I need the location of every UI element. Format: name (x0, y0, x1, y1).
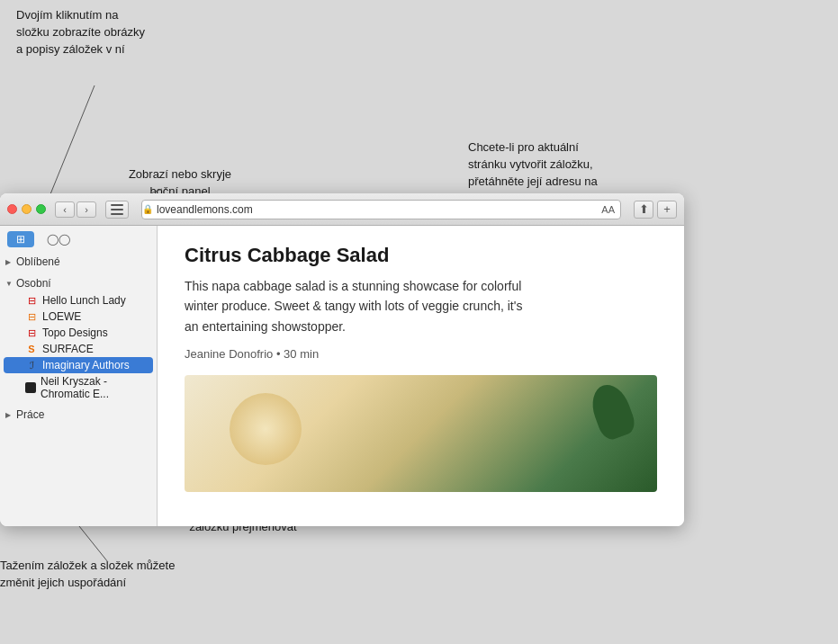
forward-button[interactable]: › (77, 201, 96, 218)
sidebar-group-oblibene: ▶ Oblíbené (0, 251, 157, 273)
article-separator: • (276, 347, 284, 361)
browser-window: ‹ › 🔒 loveandlemons.com AA ⬆ + ⊞ ◯◯ (0, 193, 684, 526)
group-label-osobni: Osobní (16, 277, 51, 290)
bookmark-hello-lunch-lady[interactable]: ⊟ Hello Lunch Lady (0, 292, 157, 309)
sidebar-toggle-icon (111, 204, 123, 215)
favicon-icon: ⊟ (25, 326, 38, 339)
bookmark-topo-designs[interactable]: ⊟ Topo Designs (0, 325, 157, 341)
sidebar-toggle-button[interactable] (105, 201, 129, 219)
article-time: 30 min (284, 347, 319, 361)
bookmark-label: Hello Lunch Lady (42, 294, 126, 307)
sidebar-group-osobni: ▼ Osobní ⊟ Hello Lunch Lady ⊟ LOEWE ⊟ To… (0, 273, 157, 404)
favicon-icon: ⊟ (25, 310, 38, 323)
sidebar-group-header-osobni[interactable]: ▼ Osobní (0, 274, 157, 292)
bookmark-label: Topo Designs (42, 326, 108, 339)
sidebar-tabs: ⊞ ◯◯ (0, 226, 157, 251)
bookmark-label: Neil Kryszak - Chromatic E... (41, 375, 151, 400)
minimize-button[interactable] (22, 204, 32, 214)
titlebar: ‹ › 🔒 loveandlemons.com AA ⬆ + (0, 193, 684, 226)
article-author: Jeanine Donofrio (185, 347, 273, 361)
traffic-lights (7, 204, 46, 214)
article-description: This napa cabbage salad is a stunning sh… (185, 276, 527, 336)
bookmark-label: Imaginary Authors (42, 359, 130, 371)
address-bar[interactable]: 🔒 loveandlemons.com AA (141, 200, 621, 219)
favicon-icon: S (25, 343, 38, 355)
sidebar-group-header-oblibene[interactable]: ▶ Oblíbené (0, 253, 157, 271)
favicon-icon (25, 381, 36, 394)
bookmark-imaginary-authors[interactable]: ℐ Imaginary Authors (4, 357, 153, 373)
triangle-icon: ▶ (5, 258, 14, 266)
back-button[interactable]: ‹ (55, 201, 75, 218)
article-meta: Jeanine Donofrio • 30 min (185, 347, 657, 361)
annotation-top-left: Dvojím kliknutím na složku zobrazíte obr… (16, 7, 196, 58)
bookmark-label: LOEWE (42, 310, 81, 323)
toolbar-right: ⬆ + (634, 201, 677, 219)
fullscreen-button[interactable] (36, 204, 46, 214)
sidebar-tab-bookmarks[interactable]: ⊞ (7, 231, 34, 247)
browser-content: ⊞ ◯◯ ▶ Oblíbené ▼ Osobní ⊟ Hello Lunch L… (0, 226, 684, 526)
add-tab-button[interactable]: + (657, 201, 677, 219)
web-content: Citrus Cabbage Salad This napa cabbage s… (158, 226, 684, 526)
reader-button[interactable]: AA (601, 204, 615, 215)
bookmark-neil-kryszak[interactable]: Neil Kryszak - Chromatic E... (0, 373, 157, 402)
favicon-icon: ℐ (25, 359, 38, 371)
bookmark-label: SURFACE (42, 343, 94, 355)
favicon-icon: ⊟ (25, 294, 38, 307)
nav-buttons: ‹ › (55, 201, 96, 218)
bookmark-loewe[interactable]: ⊟ LOEWE (0, 309, 157, 325)
url-text: loveandlemons.com (157, 203, 253, 216)
article-image (185, 375, 657, 492)
sidebar: ⊞ ◯◯ ▶ Oblíbené ▼ Osobní ⊟ Hello Lunch L… (0, 226, 158, 526)
share-button[interactable]: ⬆ (634, 201, 653, 219)
sidebar-tab-reading-list[interactable]: ◯◯ (38, 231, 79, 247)
group-label-oblibene: Oblíbené (16, 255, 60, 268)
close-button[interactable] (7, 204, 17, 214)
annotation-reorder-bookmarks: Tažením záložek a složek můžete změnit j… (0, 558, 216, 592)
sidebar-group-header-prace[interactable]: ▶ Práce (0, 406, 157, 424)
triangle-icon-prace: ▶ (5, 411, 14, 419)
group-label-prace: Práce (16, 408, 44, 421)
lock-icon: 🔒 (142, 204, 153, 214)
triangle-icon-osobni: ▼ (5, 280, 14, 288)
sidebar-group-prace: ▶ Práce (0, 404, 157, 425)
bookmark-surface[interactable]: S SURFACE (0, 341, 157, 357)
article-title: Citrus Cabbage Salad (185, 244, 657, 267)
